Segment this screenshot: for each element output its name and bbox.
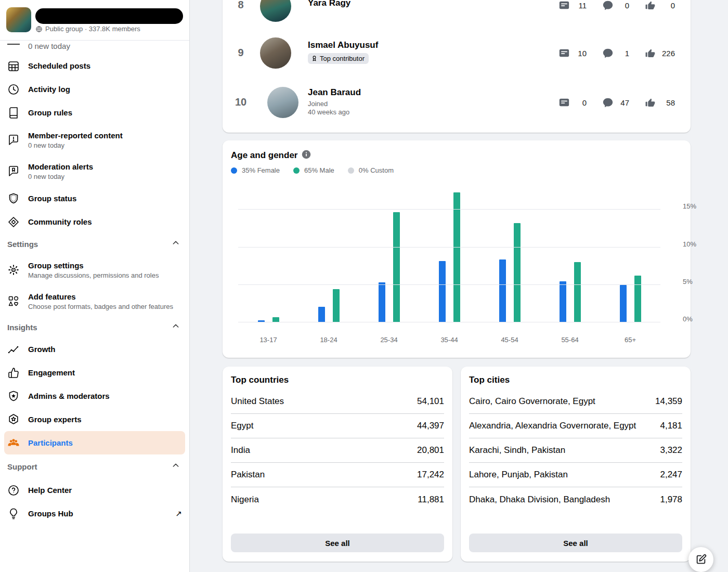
sidebar-item-label: Group rules bbox=[28, 108, 72, 117]
legend-label: 65% Male bbox=[304, 166, 334, 174]
group-header: Public group · 337.8K members bbox=[0, 0, 189, 40]
sidebar-item-label: Member-reported content bbox=[28, 131, 123, 140]
x-axis-category-label: 65+ bbox=[600, 336, 660, 344]
female-bar bbox=[620, 285, 627, 322]
sidebar-item-member-reported[interactable]: Member-reported content 0 new today bbox=[0, 124, 189, 155]
section-header-insights[interactable]: Insights bbox=[0, 317, 189, 337]
sidebar-item-group-status[interactable]: Group status bbox=[0, 187, 189, 210]
sidebar-item-subtitle: 0 new today bbox=[28, 173, 93, 180]
table-row: Karachi, Sindh, Pakistan 3,322 bbox=[469, 438, 682, 463]
avatar[interactable] bbox=[267, 87, 298, 118]
posts-stat: 10 bbox=[558, 47, 587, 59]
posts-count: 0 bbox=[570, 98, 587, 107]
sidebar-item-label: Groups Hub bbox=[28, 509, 73, 518]
sidebar-item-group-experts[interactable]: Group experts bbox=[0, 408, 189, 431]
member-rank: 10 bbox=[230, 96, 251, 108]
sidebar-item-engagement[interactable]: Engagement bbox=[0, 361, 189, 384]
country-name: India bbox=[231, 445, 250, 456]
comments-count: 1 bbox=[614, 49, 629, 58]
member-name[interactable]: Yara Ragy bbox=[308, 0, 350, 8]
badge-label: Top contributor bbox=[320, 55, 365, 62]
country-name: Egypt bbox=[231, 421, 253, 431]
age-gender-card: Age and gender 35% Female 65% Male 0% Cu… bbox=[223, 140, 691, 358]
x-axis-category-label: 55-64 bbox=[540, 336, 600, 344]
sidebar-item-moderation-alerts[interactable]: Moderation alerts 0 new today bbox=[0, 155, 189, 187]
comments-count: 0 bbox=[614, 1, 629, 10]
see-all-countries-button[interactable]: See all bbox=[231, 534, 444, 552]
section-label: Settings bbox=[7, 240, 38, 249]
posts-stat: 0 bbox=[558, 97, 587, 108]
shield-star-icon bbox=[7, 390, 20, 402]
avatar[interactable] bbox=[260, 37, 291, 69]
gridline bbox=[238, 284, 660, 285]
edit-pencil-icon bbox=[695, 554, 707, 565]
avatar[interactable] bbox=[260, 0, 291, 22]
sidebar-item-scheduled-posts[interactable]: Scheduled posts bbox=[0, 54, 189, 77]
table-row: Pakistan 17,242 bbox=[231, 463, 444, 487]
male-bar bbox=[514, 223, 521, 322]
legend-item-male: 65% Male bbox=[293, 166, 334, 174]
sidebar-item-cutoff[interactable]: 0 new today bbox=[0, 41, 189, 54]
top-countries-card: Top countries United States 54,101 Egypt… bbox=[223, 367, 452, 562]
group-avatar[interactable] bbox=[6, 7, 31, 32]
legend-item-female: 35% Female bbox=[231, 166, 280, 174]
member-name[interactable]: Jean Baraud bbox=[308, 87, 361, 98]
report-bubble-icon bbox=[7, 134, 20, 146]
question-circle-icon bbox=[7, 484, 20, 497]
sidebar-item-add-features[interactable]: Add features Choose post formats, badges… bbox=[0, 285, 189, 317]
x-axis-category-label: 25-34 bbox=[359, 336, 419, 344]
member-stats: 10 1 226 bbox=[558, 47, 675, 59]
female-bar bbox=[499, 259, 506, 322]
likes-count: 0 bbox=[656, 1, 675, 10]
sidebar-item-groups-hub[interactable]: Groups Hub ↗ bbox=[0, 502, 189, 525]
city-name: Alexandria, Alexandria Governorate, Egyp… bbox=[469, 421, 636, 431]
sidebar-item-admins-moderators[interactable]: Admins & moderators bbox=[0, 384, 189, 408]
member-rank: 9 bbox=[230, 47, 251, 59]
country-name: Pakistan bbox=[231, 470, 265, 480]
posts-icon bbox=[558, 97, 570, 108]
sidebar-item-subtitle: Manage discussions, permissions and role… bbox=[28, 271, 159, 279]
external-link-icon: ↗ bbox=[175, 509, 182, 518]
likes-count: 226 bbox=[656, 49, 675, 58]
group-meta-text: Public group · 337.8K members bbox=[45, 25, 140, 33]
info-icon[interactable] bbox=[302, 150, 311, 161]
like-icon bbox=[645, 47, 656, 59]
participants-people-icon bbox=[7, 437, 20, 449]
alert-bubble-icon bbox=[7, 165, 20, 177]
gridline bbox=[238, 209, 660, 210]
sidebar-item-participants[interactable]: Participants bbox=[4, 431, 185, 454]
chart-category-labels: 13-1718-2425-3435-4445-5455-6465+ bbox=[238, 336, 660, 344]
sidebar-item-label: Help Center bbox=[28, 486, 72, 495]
clock-icon bbox=[7, 83, 20, 96]
posts-count: 10 bbox=[570, 49, 587, 58]
compose-fab-button[interactable] bbox=[688, 547, 713, 572]
sidebar-item-activity-log[interactable]: Activity log bbox=[0, 77, 189, 101]
table-row: Lahore, Punjab, Pakistan 2,247 bbox=[469, 463, 682, 487]
section-header-support[interactable]: Support bbox=[0, 454, 189, 478]
see-all-cities-button[interactable]: See all bbox=[469, 534, 682, 552]
city-name: Cairo, Cairo Governorate, Egypt bbox=[469, 396, 595, 407]
table-row: India 20,801 bbox=[231, 438, 444, 463]
sidebar-item-community-roles[interactable]: Community roles bbox=[0, 210, 189, 233]
sidebar-item-help-center[interactable]: Help Center bbox=[0, 478, 189, 502]
sidebar-item-group-settings[interactable]: Group settings Manage discussions, permi… bbox=[0, 254, 189, 285]
calendar-grid-icon bbox=[7, 60, 20, 72]
table-row: Dhaka, Dhaka Division, Bangladesh 1,978 bbox=[469, 487, 682, 512]
comments-stat: 0 bbox=[602, 0, 629, 11]
members-ranking-card: 8 Yara Ragy 11 0 0 9 Ismael Abuyusuf Top… bbox=[223, 0, 691, 133]
posts-count: 11 bbox=[570, 1, 587, 10]
sidebar-item-label: Scheduled posts bbox=[28, 61, 90, 70]
legend-item-custom: 0% Custom bbox=[348, 166, 394, 174]
sidebar-item-growth[interactable]: Growth bbox=[0, 337, 189, 361]
y-axis-tick-label: 0% bbox=[683, 315, 693, 323]
sidebar-item-label: Community roles bbox=[28, 217, 92, 226]
bar-group-25-34 bbox=[359, 187, 419, 322]
diamond-icon bbox=[7, 216, 20, 228]
comment-icon bbox=[602, 47, 614, 59]
sidebar-item-group-rules[interactable]: Group rules bbox=[0, 101, 189, 124]
section-header-settings[interactable]: Settings bbox=[0, 233, 189, 254]
comment-icon bbox=[602, 97, 614, 108]
member-name[interactable]: Ismael Abuyusuf bbox=[308, 40, 378, 50]
city-value: 1,978 bbox=[660, 495, 682, 505]
chart-bars bbox=[238, 187, 660, 322]
